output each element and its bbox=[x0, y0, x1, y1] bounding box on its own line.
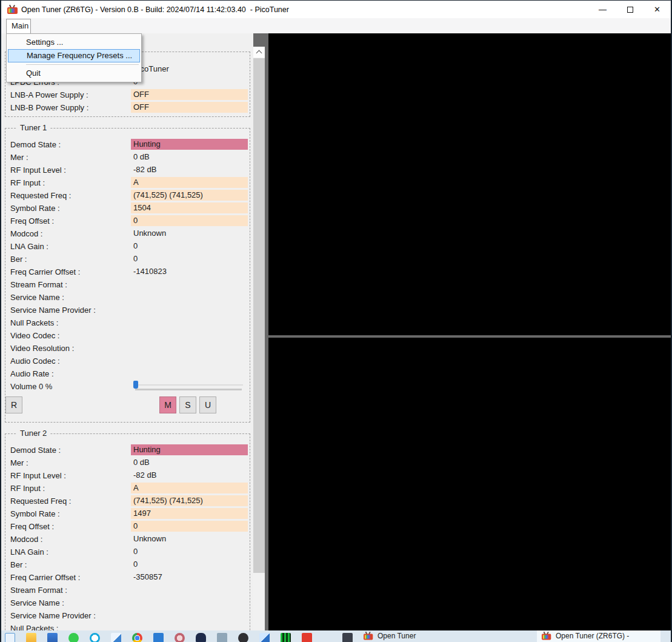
tuner-row: Demod State : Hunting bbox=[5, 444, 250, 457]
field-value: A bbox=[131, 483, 248, 493]
taskbar-window-button[interactable]: Open Tuner (ZR6TG) - bbox=[537, 630, 660, 642]
volume-slider-track[interactable] bbox=[135, 384, 243, 386]
maximize-button[interactable] bbox=[616, 1, 644, 18]
volume-row: Volume 0 % bbox=[5, 381, 250, 393]
window-border bbox=[0, 0, 1, 642]
tuner2-title: Tuner 2 bbox=[16, 429, 50, 438]
video-area-tuner2[interactable] bbox=[268, 338, 671, 630]
field-value bbox=[131, 597, 248, 608]
taskbar-icon[interactable] bbox=[281, 633, 291, 642]
status-row: LNB-A Power Supply : OFF bbox=[5, 89, 250, 102]
close-icon: ✕ bbox=[654, 5, 660, 14]
field-label: Demod State : bbox=[10, 445, 61, 456]
field-value: 0 bbox=[131, 215, 248, 226]
field-label: Mer : bbox=[10, 152, 28, 163]
menu-item[interactable]: Manage Frequency Presets ... bbox=[8, 49, 140, 62]
main-menu-popup: Settings ...Manage Frequency Presets ...… bbox=[6, 33, 142, 82]
taskbar-button-label: Open Tuner (ZR6TG) - bbox=[556, 632, 629, 641]
taskbar-icon[interactable] bbox=[26, 633, 36, 642]
taskbar-icon[interactable] bbox=[68, 633, 79, 642]
field-value bbox=[131, 368, 248, 379]
tuner-control-button[interactable]: R bbox=[5, 396, 22, 413]
tuner-row: Service Name Provider : bbox=[5, 610, 250, 623]
field-label: Ber : bbox=[10, 560, 27, 570]
tuner-row: Symbol Rate : 1497 bbox=[5, 508, 250, 521]
tuner-control-button[interactable]: M bbox=[159, 396, 176, 413]
field-value: 0 bbox=[131, 546, 248, 557]
window-title: Open Tuner (ZR6TG) - Version 0.B - Build… bbox=[21, 5, 289, 14]
field-label: Service Name Provider : bbox=[10, 610, 96, 621]
app-tv-icon bbox=[542, 632, 551, 640]
field-value: 0 dB bbox=[131, 152, 248, 162]
field-label: Stream Format : bbox=[10, 585, 67, 596]
taskbar-icon[interactable] bbox=[111, 633, 121, 642]
taskbar-icon[interactable] bbox=[132, 633, 142, 642]
field-value: Hunting bbox=[131, 139, 248, 150]
scrollbar-thumb[interactable] bbox=[253, 58, 265, 573]
field-value: A bbox=[131, 177, 248, 188]
tuner-row: LNA Gain : 0 bbox=[5, 546, 250, 559]
taskbar-icon[interactable] bbox=[302, 633, 312, 642]
tuner-row: Requested Freq : (741,525) (741,525) bbox=[5, 495, 250, 508]
tuner1-buttons: MSUR bbox=[5, 396, 250, 414]
taskbar-icon[interactable] bbox=[5, 633, 15, 642]
tuner-row: Service Name : bbox=[5, 597, 250, 610]
field-label: Freq Carrier Offset : bbox=[10, 267, 80, 278]
taskbar: Open Tuner Open Tuner (ZR6TG) - bbox=[0, 630, 672, 642]
taskbar-icon[interactable] bbox=[90, 633, 100, 642]
field-value bbox=[131, 279, 248, 290]
field-value: 0 bbox=[131, 559, 248, 570]
field-label: Video Resolution : bbox=[10, 343, 74, 354]
field-label: Modcod : bbox=[10, 229, 42, 239]
field-value: 0 dB bbox=[131, 457, 248, 468]
tuner-row: Ber : 0 bbox=[5, 559, 250, 572]
tuner-row: Freq Offset : 0 bbox=[5, 215, 250, 228]
tuner-control-button[interactable]: S bbox=[179, 396, 196, 413]
menu-main[interactable]: Main bbox=[6, 19, 31, 33]
taskbar-icon[interactable] bbox=[175, 633, 185, 642]
tuner-control-button[interactable]: U bbox=[199, 396, 216, 413]
volume-slider-thumb[interactable] bbox=[133, 381, 138, 389]
taskbar-icon[interactable] bbox=[153, 633, 164, 642]
app-tv-icon bbox=[7, 5, 18, 14]
tuner-row: Mer : 0 dB bbox=[5, 152, 250, 164]
tuner-row: Modcod : Unknown bbox=[5, 533, 250, 546]
taskbar-icon[interactable] bbox=[342, 633, 353, 642]
taskbar-icon[interactable] bbox=[259, 633, 270, 642]
minimize-icon: — bbox=[599, 5, 607, 14]
tuner1-rows: Demod State : Hunting Mer : 0 dB RF Inpu… bbox=[5, 139, 250, 381]
field-value: 0 bbox=[131, 521, 248, 532]
menu-item[interactable]: Quit bbox=[8, 67, 140, 80]
taskbar-icon[interactable] bbox=[47, 633, 58, 642]
field-value: OFF bbox=[131, 102, 248, 113]
taskbar-icon[interactable] bbox=[217, 633, 227, 642]
field-value bbox=[131, 317, 248, 328]
field-label: RF Input Level : bbox=[10, 470, 66, 481]
taskbar-window-button[interactable]: Open Tuner bbox=[359, 630, 468, 642]
volume-slider-bar bbox=[135, 389, 242, 390]
menu-item[interactable] bbox=[8, 62, 140, 67]
tuner-row: RF Input Level : -82 dB bbox=[5, 164, 250, 177]
field-label: Stream Format : bbox=[10, 279, 67, 290]
field-label: Null Packets : bbox=[10, 318, 58, 329]
field-label: Symbol Rate : bbox=[10, 203, 60, 214]
menu-bar bbox=[1, 18, 671, 33]
field-value: Unknown bbox=[131, 533, 248, 544]
close-button[interactable]: ✕ bbox=[644, 1, 671, 18]
field-label: Ber : bbox=[10, 254, 27, 265]
status-row: LNB-B Power Supply : OFF bbox=[5, 102, 250, 115]
field-value: OFF bbox=[131, 89, 248, 100]
field-value bbox=[131, 304, 248, 315]
splitter-corner bbox=[253, 33, 265, 47]
vertical-scrollbar[interactable] bbox=[253, 47, 265, 630]
taskbar-icon[interactable] bbox=[196, 633, 206, 642]
menu-item[interactable]: Settings ... bbox=[8, 36, 140, 49]
window-controls: — ✕ bbox=[589, 1, 671, 18]
tuner-row: Mer : 0 dB bbox=[5, 457, 250, 470]
minimize-button[interactable]: — bbox=[589, 1, 616, 18]
field-value bbox=[131, 343, 248, 353]
field-label: Audio Codec : bbox=[10, 356, 60, 367]
scroll-up-button[interactable] bbox=[253, 47, 265, 58]
taskbar-icon[interactable] bbox=[238, 633, 248, 642]
video-area-tuner1[interactable] bbox=[268, 33, 671, 335]
